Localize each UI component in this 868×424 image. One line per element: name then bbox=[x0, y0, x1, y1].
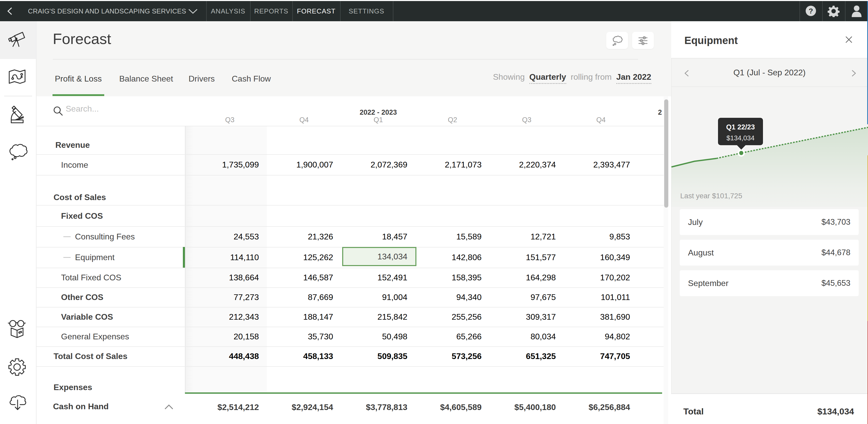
svg-text:Q1 22/23: Q1 22/23 bbox=[726, 123, 755, 131]
svg-text:$134,034: $134,034 bbox=[726, 134, 754, 142]
